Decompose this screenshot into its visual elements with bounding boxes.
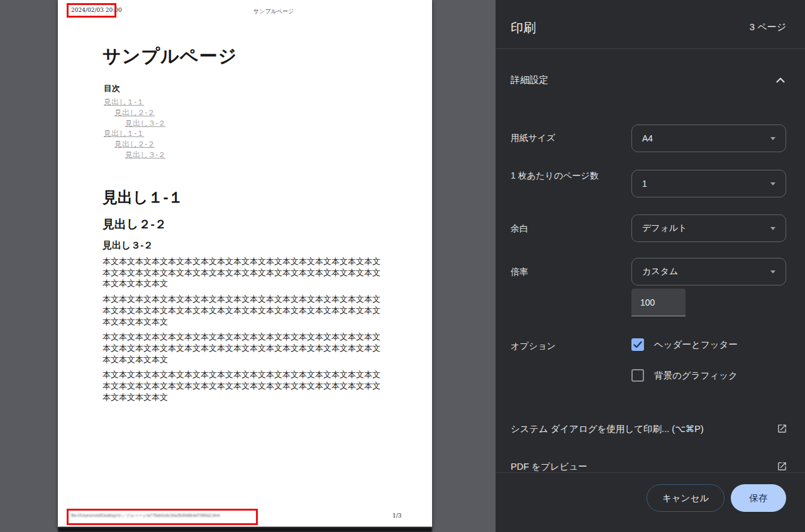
body-paragraph: 本文本文本文本文本文本文本文本文本文本文本文本文本文本文本文本文本文本文本文本文… xyxy=(103,369,387,402)
paper-size-select[interactable]: A4 xyxy=(631,125,786,152)
body-paragraph: 本文本文本文本文本文本文本文本文本文本文本文本文本文本文本文本文本文本文本文本文… xyxy=(103,331,387,365)
dialog-title: 印刷 xyxy=(511,19,536,36)
document-heading-2: 見出し２-２ xyxy=(103,216,167,233)
pages-per-sheet-label: 1 枚あたりのページ数 xyxy=(511,167,605,184)
document-heading-3: 見出し３-２ xyxy=(103,240,153,252)
print-preview-area: 2024/02/03 20:00 サンプルページ サンプルページ 目次 見出し１… xyxy=(0,0,496,532)
page-shadow xyxy=(58,527,432,532)
annotation-box-url xyxy=(67,509,258,525)
document-title: サンプルページ xyxy=(103,44,237,69)
toc-link[interactable]: 見出し１-１ xyxy=(104,97,267,108)
pages-per-sheet-value: 1 xyxy=(642,179,770,189)
background-graphics-label[interactable]: 背景のグラフィック xyxy=(654,369,738,382)
margins-label: 余白 xyxy=(511,220,528,236)
pdf-preview-link[interactable]: PDF をプレビュー xyxy=(511,461,587,473)
margins-value: デフォルト xyxy=(642,223,770,234)
paper-size-value: A4 xyxy=(642,133,770,143)
dropdown-caret-icon xyxy=(770,227,775,230)
page-header-title: サンプルページ xyxy=(253,8,294,16)
open-in-new-icon[interactable] xyxy=(777,461,787,472)
open-in-new-icon[interactable] xyxy=(777,423,787,434)
save-button[interactable]: 保存 xyxy=(731,484,786,512)
cancel-button[interactable]: キャンセル xyxy=(647,484,724,512)
scale-custom-input[interactable] xyxy=(631,289,686,316)
print-settings-panel: 印刷 3 ページ 詳細設定 用紙サイズ A4 1 枚あたりのページ数 1 余白 … xyxy=(496,0,805,532)
divider xyxy=(496,48,805,49)
toc-heading: 目次 xyxy=(104,83,120,94)
checkmark-icon xyxy=(631,338,644,351)
page-count: 3 ページ xyxy=(750,21,786,33)
table-of-contents: 見出し１-１ 見出し２-２ 見出し３-２ 見出し１-１ 見出し２-２ 見出し３-… xyxy=(104,97,267,160)
dropdown-caret-icon xyxy=(770,270,775,274)
dropdown-caret-icon xyxy=(770,137,775,140)
headers-footers-checkbox[interactable] xyxy=(631,338,644,351)
page-number-indicator: 1/3 xyxy=(392,513,401,519)
scale-label: 倍率 xyxy=(511,263,528,280)
headers-footers-label[interactable]: ヘッダーとフッター xyxy=(654,338,738,351)
divider xyxy=(496,472,805,473)
dropdown-caret-icon xyxy=(770,182,775,186)
advanced-settings-label[interactable]: 詳細設定 xyxy=(511,74,548,86)
preview-page: 2024/02/03 20:00 サンプルページ サンプルページ 目次 見出し１… xyxy=(58,0,432,527)
chevron-up-icon[interactable] xyxy=(774,74,787,87)
pages-per-sheet-select[interactable]: 1 xyxy=(631,170,786,197)
paper-size-label: 用紙サイズ xyxy=(511,130,555,146)
options-label: オプション xyxy=(511,338,556,354)
scale-select[interactable]: カスタム xyxy=(631,258,786,285)
body-paragraph: 本文本文本文本文本文本文本文本文本文本文本文本文本文本文本文本文本文本文本文本文… xyxy=(103,256,387,289)
toc-link[interactable]: 見出し３-２ xyxy=(104,118,267,129)
body-paragraph: 本文本文本文本文本文本文本文本文本文本文本文本文本文本文本文本文本文本文本文本文… xyxy=(103,294,387,327)
toc-link[interactable]: 見出し３-２ xyxy=(104,150,267,160)
annotation-box-datetime xyxy=(67,3,116,18)
toc-link[interactable]: 見出し１-１ xyxy=(104,128,267,139)
document-heading-1: 見出し１-１ xyxy=(103,187,184,208)
margins-select[interactable]: デフォルト xyxy=(631,214,786,242)
toc-link[interactable]: 見出し２-２ xyxy=(104,108,267,118)
toc-link[interactable]: 見出し２-２ xyxy=(104,139,267,150)
background-graphics-checkbox[interactable] xyxy=(631,369,644,382)
system-dialog-print-link[interactable]: システム ダイアログを使用して印刷... (⌥⌘P) xyxy=(511,423,704,435)
document-body: 本文本文本文本文本文本文本文本文本文本文本文本文本文本文本文本文本文本文本文本文… xyxy=(103,256,387,407)
scale-value: カスタム xyxy=(642,266,770,277)
